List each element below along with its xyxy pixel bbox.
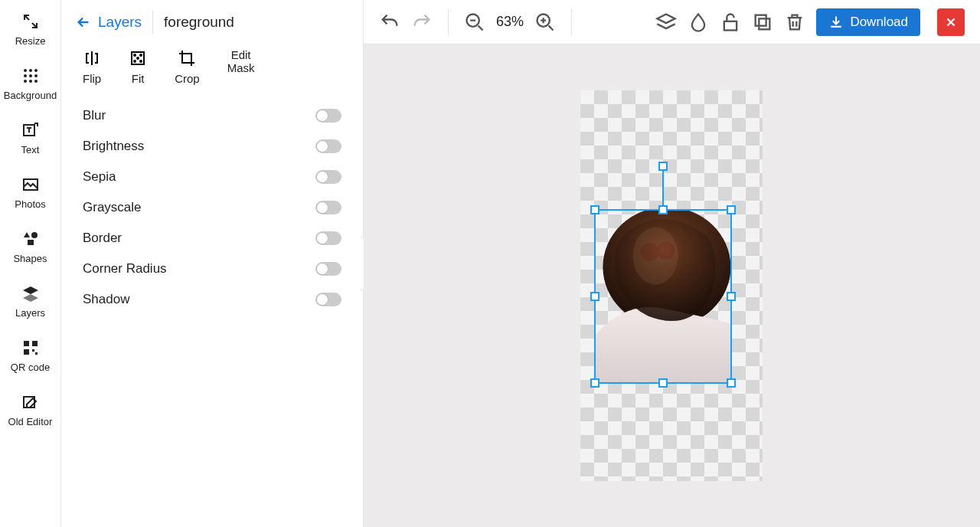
sidebar-item-background[interactable]: Background <box>0 64 60 104</box>
artboard[interactable] <box>580 90 763 481</box>
arrow-left-icon <box>75 14 92 31</box>
redo-icon <box>411 11 433 33</box>
layers-icon <box>655 11 677 33</box>
toggle-blur[interactable] <box>315 109 341 123</box>
toggle-corner-radius[interactable] <box>315 262 341 276</box>
crop-button[interactable]: Crop <box>175 49 200 85</box>
rotation-line <box>662 166 664 205</box>
svg-rect-20 <box>35 352 38 355</box>
close-icon <box>944 15 958 29</box>
duplicate-button[interactable] <box>752 11 773 33</box>
crop-icon <box>178 49 196 67</box>
back-label: Layers <box>98 14 142 31</box>
trash-icon <box>784 11 805 33</box>
svg-point-26 <box>140 61 142 62</box>
divider <box>152 11 153 34</box>
layers-toolbar-button[interactable] <box>655 11 677 33</box>
sidebar-item-label: Shapes <box>13 253 47 264</box>
sidebar-item-label: Text <box>21 144 40 155</box>
grid-dots-icon <box>21 67 40 85</box>
svg-point-27 <box>137 57 139 59</box>
toggle-sepia[interactable] <box>315 170 341 184</box>
svg-point-2 <box>34 69 38 72</box>
resize-handle-l[interactable] <box>590 292 599 301</box>
download-button[interactable]: Download <box>816 8 920 36</box>
layers-icon <box>21 284 40 303</box>
sidebar-item-label: Layers <box>15 307 45 319</box>
rotation-handle[interactable] <box>658 162 668 171</box>
sidebar-item-photos[interactable]: Photos <box>0 172 60 213</box>
svg-point-0 <box>24 69 27 72</box>
svg-point-8 <box>34 80 38 83</box>
delete-button[interactable] <box>784 11 805 33</box>
duplicate-icon <box>752 11 773 33</box>
fit-icon <box>129 49 147 67</box>
svg-rect-33 <box>756 15 766 25</box>
undo-icon <box>379 11 400 33</box>
sidebar-item-qrcode[interactable]: QR code <box>0 336 60 376</box>
svg-rect-13 <box>28 240 34 245</box>
toggle-brightness[interactable] <box>315 139 341 153</box>
resize-handle-tr[interactable] <box>727 205 736 214</box>
zoom-out-button[interactable] <box>464 11 485 33</box>
svg-point-23 <box>134 54 136 56</box>
close-button[interactable] <box>937 8 965 36</box>
selection-box[interactable] <box>594 209 732 384</box>
canvas-stage[interactable] <box>364 44 980 527</box>
flip-button[interactable]: Flip <box>83 49 101 85</box>
svg-point-5 <box>34 74 38 77</box>
toggle-shadow[interactable] <box>315 293 341 306</box>
resize-handle-tl[interactable] <box>590 205 599 214</box>
svg-point-3 <box>24 74 27 77</box>
undo-button[interactable] <box>379 11 400 33</box>
unlock-button[interactable] <box>720 11 741 33</box>
edit-mask-button[interactable]: EditMask <box>227 49 255 85</box>
resize-handle-b[interactable] <box>658 378 668 388</box>
divider <box>571 9 572 35</box>
sidebar-item-label: Resize <box>15 35 46 47</box>
effect-row-blur: Blur <box>75 102 349 129</box>
sidebar-item-shapes[interactable]: Shapes <box>0 227 60 267</box>
zoom-out-icon <box>464 11 485 33</box>
color-droplet-button[interactable] <box>688 11 709 33</box>
left-sidebar: Resize Background Text Photos Shapes <box>0 0 61 527</box>
layer-name: foreground <box>164 14 234 31</box>
effect-row-corner-radius: Corner Radius <box>75 255 349 283</box>
effect-row-border: Border <box>75 224 349 252</box>
redo-button[interactable] <box>411 11 433 33</box>
toggle-grayscale[interactable] <box>315 201 341 214</box>
fit-button[interactable]: Fit <box>129 49 147 85</box>
resize-handle-br[interactable] <box>727 378 736 388</box>
transform-label: Crop <box>175 72 200 85</box>
toggle-border[interactable] <box>315 231 341 245</box>
svg-rect-31 <box>724 21 737 30</box>
effect-row-sepia: Sepia <box>75 163 349 191</box>
back-to-layers-button[interactable]: Layers <box>75 14 142 31</box>
foreground-image[interactable] <box>596 211 730 382</box>
svg-marker-11 <box>24 232 30 237</box>
effect-label: Grayscale <box>83 200 142 215</box>
divider <box>448 9 449 35</box>
image-icon <box>21 175 40 194</box>
sidebar-item-text[interactable]: Text <box>0 118 60 159</box>
svg-rect-16 <box>24 341 29 346</box>
svg-point-25 <box>134 61 136 62</box>
zoom-in-button[interactable] <box>534 11 556 33</box>
svg-marker-30 <box>658 14 675 23</box>
properties-panel: Layers foreground Flip Fit Crop EditMask <box>61 0 364 527</box>
resize-handle-t[interactable] <box>658 205 668 214</box>
resize-handle-bl[interactable] <box>590 378 599 388</box>
sidebar-item-old-editor[interactable]: Old Editor <box>0 390 60 430</box>
effect-row-brightness: Brightness <box>75 133 349 160</box>
svg-marker-15 <box>23 294 38 302</box>
resize-handle-r[interactable] <box>727 292 736 301</box>
sidebar-item-resize[interactable]: Resize <box>0 9 60 50</box>
sidebar-item-layers[interactable]: Layers <box>0 281 60 322</box>
canvas-area: 63% Download <box>364 0 980 527</box>
zoom-in-icon <box>534 11 556 33</box>
svg-rect-32 <box>760 18 770 29</box>
zoom-level: 63% <box>496 14 524 30</box>
svg-rect-18 <box>24 349 29 355</box>
text-add-icon <box>21 121 40 139</box>
transform-label: Fit <box>132 72 145 85</box>
